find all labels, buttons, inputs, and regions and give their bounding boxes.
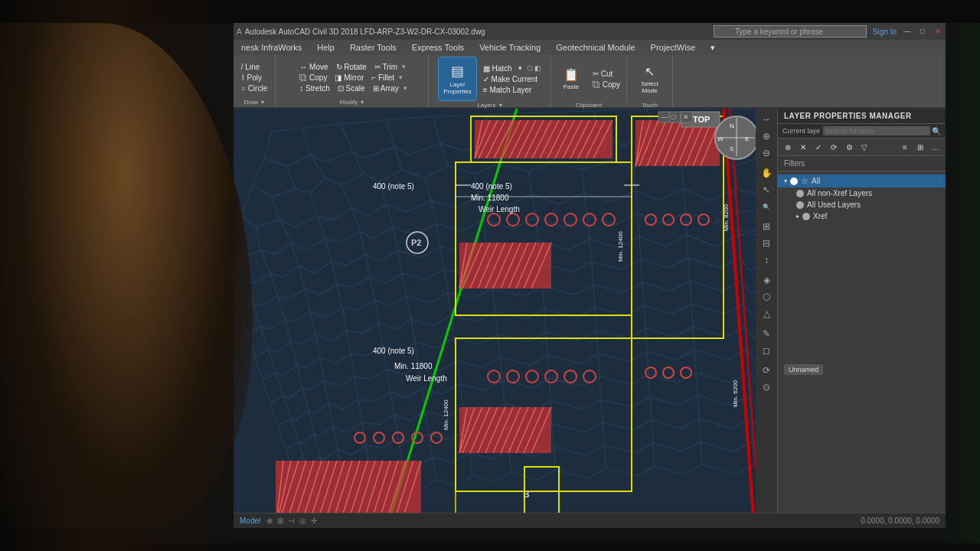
trim-dropdown[interactable]: ▾ [402,63,406,70]
ribbon-btn-stretch[interactable]: ↕ Stretch [296,83,332,93]
compass-w: W [717,135,724,142]
layer-search-field[interactable] [823,126,930,135]
layer-tool-grid[interactable]: ⊞ [913,140,927,154]
monitor: A Autodesk AutoCAD Civil 3D 2018 LFD-ARP… [0,0,980,551]
dim-min-12400: Min. 12400 [617,231,624,262]
fillet-dropdown[interactable]: ▾ [399,73,403,81]
sign-in-btn[interactable]: Sign In [873,28,897,36]
snap-icon[interactable]: ⊕ [266,517,273,525]
canvas-tool-16[interactable]: ⊙ [759,380,774,395]
menu-extras[interactable]: ▾ [706,41,720,54]
ribbon-btn-cut[interactable]: ✂ Cut [590,69,623,79]
touch-label: Touch [642,101,658,109]
ribbon-btn-copy[interactable]: ⿻ Copy [296,73,330,83]
filter-icon-all: ☆ [801,176,808,186]
coord-display: 0.0000, 0.0000, 0.0000 [861,517,939,525]
layer-tool-columns[interactable]: ≡ [898,140,912,154]
ribbon-btn-circle[interactable]: ○ Circle [238,83,270,93]
layer-tree-item-xref[interactable]: ▸ Xref [778,210,946,222]
layer-tool-current[interactable]: ✓ [812,140,825,154]
maximize-btn[interactable]: □ [918,27,927,36]
menu-geotechnical[interactable]: Geotechnical Module [551,41,639,54]
ribbon-btn-fillet[interactable]: ⌐ Fillet [368,73,397,83]
ribbon-btn-copy-clip[interactable]: ⿻ Copy [590,80,623,90]
layer-icon-2[interactable]: ◧ [534,64,541,72]
compass-e: E [745,135,749,142]
ribbon-btn-mirror[interactable]: ◨ Mirror [332,73,367,83]
hatch-dropdown[interactable]: ▾ [518,64,522,72]
array-dropdown[interactable]: ▾ [403,84,407,92]
draw-items: / Line ⌇ Poly ○ Circle [238,57,270,98]
layer-tool-more[interactable]: … [929,140,942,154]
ribbon-btn-scale[interactable]: ⊡ Scale [335,83,368,93]
layer-tool-new[interactable]: ⊕ [781,140,795,154]
canvas-tool-10[interactable]: ◈ [759,272,774,288]
otrack-icon[interactable]: ✛ [311,517,317,525]
ortho-icon[interactable]: ⊣ [288,517,295,525]
ribbon-btn-polyline[interactable]: ⌇ Poly [238,73,265,83]
ribbon-group-modify: ↔ Move ↻ Rotate ✂ Trim ▾ ⿻ Copy ◨ Mirror… [276,55,429,107]
grid-icon[interactable]: ⊞ [277,517,283,525]
canvas-tool-6[interactable]: 🔍 [759,199,774,214]
canvas-tool-2[interactable]: ⊕ [759,129,774,144]
menu-vehicle[interactable]: Vehicle Tracking [475,41,545,54]
p2-label: P2 [411,238,421,247]
layer-tool-refresh[interactable]: ⟳ [827,140,841,154]
menu-raster[interactable]: Raster Tools [345,41,401,54]
ribbon-btn-make-current[interactable]: ✓ Make Current [480,74,541,84]
draw-tools: / Line ⌇ Poly ○ Circle [238,62,270,93]
layer-tree-item-nonxref[interactable]: All non-Xref Layers [778,187,946,199]
ribbon-btn-move[interactable]: ↔ Move [296,62,331,72]
draw-dropdown[interactable]: ▾ [261,99,264,106]
cad-canvas-area[interactable]: 400 (note 5) 400 (note 5) Min. 11800 Wei… [234,109,777,528]
ribbon-btn-hatch[interactable]: ▦ Hatch [480,64,515,73]
ribbon-btn-paste[interactable]: 📋 Paste [554,57,588,101]
modify-dropdown[interactable]: ▾ [361,99,364,106]
current-layer-row: Current laye 🔍 [778,124,946,139]
compass-n: N [730,122,734,129]
ribbon-btn-match-layer[interactable]: ≡ Match Layer [480,85,535,95]
ribbon-group-draw: / Line ⌇ Poly ○ Circle Draw ▾ [234,55,276,107]
canvas-tool-8[interactable]: ⊟ [759,236,774,251]
layer-tool-delete[interactable]: ✕ [796,140,810,154]
layers-label-text: Layers [477,102,495,109]
menu-express[interactable]: Express Tools [407,41,469,54]
canvas-tool-12[interactable]: △ [759,306,774,321]
ribbon-btn-layer-properties[interactable]: ▤ LayerProperties [438,57,476,101]
canvas-tool-13[interactable]: ✎ [759,326,774,341]
layer-icon-1[interactable]: ⬡ [527,64,533,72]
layer-tool-settings[interactable]: ⚙ [842,140,856,154]
ribbon-btn-array[interactable]: ⊞ Array [370,83,402,93]
minimize-btn[interactable]: — [903,27,912,36]
ribbon-btn-line[interactable]: / Line [238,62,263,72]
canvas-tool-1[interactable]: ↔ [759,112,774,127]
canvas-tool-3[interactable]: ⊖ [759,145,774,161]
layer-search-icon[interactable]: 🔍 [932,127,941,135]
menu-infraworks[interactable]: nesk InfraWorks [237,41,306,54]
ribbon-group-clipboard: 📋 Paste ✂ Cut ⿻ Copy Clipboard [551,55,627,107]
canvas-tool-7[interactable]: ⊞ [759,219,774,234]
layer-tree-item-used[interactable]: All Used Layers [778,199,946,210]
layer-tree-item-all[interactable]: ▾ ☆ All [778,174,946,187]
polar-icon[interactable]: ◎ [299,517,306,525]
ribbon-btn-trim[interactable]: ✂ Trim [371,62,400,72]
ribbon-btn-rotate[interactable]: ↻ Rotate [333,62,370,72]
title-bar: A Autodesk AutoCAD Civil 3D 2018 LFD-ARP… [234,23,946,40]
search-placeholder: Type a keyword or phrase [735,28,823,36]
layer-dot-nonxref [796,190,804,197]
layers-dropdown[interactable]: ▾ [499,102,502,109]
ribbon-btn-select-mode[interactable]: ↖ SelectMode [633,57,667,101]
select-mode-label: SelectMode [642,80,658,94]
model-space-btn[interactable]: Model [240,517,260,525]
menu-projectwise[interactable]: ProjectWise [646,41,701,54]
menu-help[interactable]: Help [312,41,339,54]
canvas-tool-4[interactable]: ✋ [759,165,774,181]
canvas-tool-11[interactable]: ⬡ [759,289,774,305]
modify-row1: ↔ Move ↻ Rotate ✂ Trim ▾ [296,62,407,72]
canvas-tool-9[interactable]: ↕ [759,253,774,268]
canvas-tool-15[interactable]: ⟳ [759,363,774,378]
canvas-tool-14[interactable]: ◻ [759,343,774,358]
dim-min-12400-2: Min. 12400 [443,399,449,430]
canvas-tool-5[interactable]: ↖ [759,182,774,197]
layer-tool-filter[interactable]: ▽ [858,140,871,154]
